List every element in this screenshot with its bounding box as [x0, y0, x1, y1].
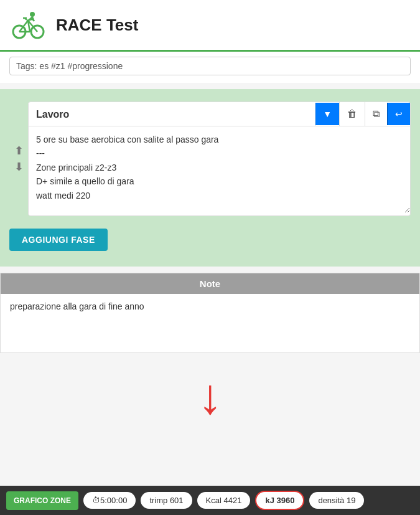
note-textarea[interactable]: preparazione alla gara di fine anno — [1, 294, 419, 350]
kj-badge: kJ 3960 — [255, 491, 304, 510]
density-badge: densità 19 — [309, 492, 364, 509]
copy-icon: ⧉ — [373, 108, 380, 119]
add-phase-button[interactable]: AGGIUNGI FASE — [9, 229, 108, 251]
svg-line-8 — [25, 19, 28, 21]
kcal-badge: Kcal 4421 — [197, 492, 251, 509]
down-arrow-icon: ↓ — [198, 372, 223, 422]
tags-input[interactable] — [9, 57, 411, 75]
phase-inner: Lavoro Riscaldamento Defaticamento Recup… — [28, 102, 411, 216]
phase-header: Lavoro Riscaldamento Defaticamento Recup… — [29, 102, 410, 126]
code-icon: ↩ — [395, 109, 403, 119]
main-content: ⬆ ⬇ Lavoro Riscaldamento Defaticamento R… — [0, 89, 420, 267]
bottom-bar: GRAFICO ZONE ⏱5:00:00 trimp 601 Kcal 442… — [0, 486, 420, 515]
page-title: RACE Test — [56, 16, 138, 35]
phase-delete-btn[interactable]: 🗑 — [339, 102, 365, 126]
phase-type-dropdown-btn[interactable]: ▼ — [315, 103, 339, 125]
drag-handle[interactable]: ⬆ ⬇ — [9, 141, 28, 177]
phase-row: ⬆ ⬇ Lavoro Riscaldamento Defaticamento R… — [9, 102, 411, 216]
note-header: Note — [1, 273, 419, 294]
note-section: Note preparazione alla gara di fine anno — [0, 273, 420, 353]
arrow-area: ↓ — [0, 359, 420, 428]
drag-down-icon: ⬇ — [14, 160, 24, 174]
time-badge: ⏱5:00:00 — [83, 492, 136, 509]
trimp-badge: trimp 601 — [141, 492, 192, 509]
phase-block: ⬆ ⬇ Lavoro Riscaldamento Defaticamento R… — [6, 98, 414, 222]
phase-type-select[interactable]: Lavoro Riscaldamento Defaticamento Recup… — [29, 103, 315, 126]
phase-description-textarea[interactable]: 5 ore su base aerobica con salite al pas… — [29, 126, 410, 213]
grafico-zone-button[interactable]: GRAFICO ZONE — [6, 491, 78, 510]
cycling-icon — [9, 6, 47, 44]
phase-copy-btn[interactable]: ⧉ — [365, 102, 387, 126]
phase-code-btn[interactable]: ↩ — [387, 103, 410, 125]
trash-icon: 🗑 — [347, 108, 357, 119]
drag-up-icon: ⬆ — [14, 144, 24, 158]
app-header: RACE Test — [0, 0, 420, 52]
tags-section — [0, 52, 420, 83]
svg-point-10 — [30, 12, 35, 17]
